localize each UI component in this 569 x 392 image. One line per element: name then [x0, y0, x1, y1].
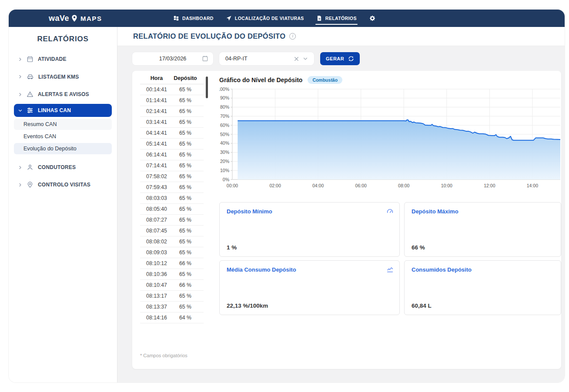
cell-hora: 07:58:02 [140, 173, 173, 179]
cell-hora: 07:59:43 [140, 184, 173, 190]
sidebar-item-listagem-kms[interactable]: LISTAGEM KMS [9, 68, 117, 86]
cell-hora: 05:14:41 [140, 141, 173, 147]
date-input[interactable]: 17/03/2026 [132, 52, 213, 65]
cell-hora: 08:08:02 [140, 239, 173, 245]
table-row: 07:58:0265 % [140, 171, 204, 182]
cell-deposito: 65 % [173, 152, 197, 158]
nav-item-dashboard[interactable]: DASHBOARD [173, 10, 214, 27]
clear-selection-icon[interactable] [292, 56, 301, 62]
report-panel: Hora Depósito 00:14:4165 %01:14:4165 %02… [132, 71, 561, 369]
card-title: Depósito Mínimo [227, 208, 392, 215]
svg-text:04:00: 04:00 [312, 183, 324, 188]
cell-deposito: 65 % [173, 249, 197, 256]
subitem-evolucao-deposito[interactable]: Evolução do Depósito [14, 143, 112, 154]
sidebar-item-label: CONTROLO VISITAS [38, 182, 90, 188]
cell-hora: 08:03:03 [140, 195, 173, 201]
chart-title: Gráfico do Nível de Depósito [219, 76, 302, 83]
card-value: 22,13 %/100km [227, 302, 392, 309]
table-row: 08:13:3765 % [140, 302, 204, 312]
cell-deposito: 65 % [173, 304, 197, 310]
svg-text:14:00: 14:00 [527, 183, 538, 188]
info-icon[interactable]: i [289, 33, 296, 40]
svg-text:00:00: 00:00 [227, 183, 238, 188]
cell-deposito: 65 % [173, 97, 197, 103]
map-pin-logo-icon [70, 13, 78, 23]
cell-deposito: 65 % [173, 184, 197, 190]
cell-hora: 08:13:17 [140, 293, 173, 299]
svg-text:100%: 100% [219, 86, 229, 92]
cell-deposito: 65 % [173, 119, 197, 125]
svg-text:20%: 20% [220, 159, 229, 164]
cell-hora: 08:07:45 [140, 228, 173, 234]
sidebar-item-label: CONDUTORES [38, 164, 76, 170]
cell-hora: 01:14:41 [140, 97, 173, 103]
cell-hora: 08:10:12 [140, 260, 173, 266]
sidebar-item-linhas-can[interactable]: LINHAS CAN [14, 104, 112, 117]
chevron-right-icon [18, 166, 22, 169]
card-media-consumo: Média Consumo Depósito 22,13 %/100km [219, 260, 400, 315]
refresh-icon [348, 56, 354, 62]
person-icon [27, 164, 33, 171]
svg-text:0%: 0% [223, 177, 229, 182]
sidebar-item-alertas-avisos[interactable]: ALERTAS E AVISOS [9, 86, 117, 103]
nav-item-relatorios[interactable]: RELATÓRIOS [316, 10, 357, 27]
sidebar-item-atividade[interactable]: ATIVIDADE [9, 50, 117, 68]
chevron-down-icon[interactable] [301, 56, 310, 61]
main-nav: DASHBOARD LOCALIZAÇÃO DE VIATURAS RELATÓ… [173, 10, 376, 27]
brand-logo: waVe MAPS [49, 10, 102, 27]
svg-text:30%: 30% [220, 149, 229, 155]
card-deposito-maximo: Depósito Máximo 66 % [404, 202, 561, 257]
svg-text:50%: 50% [220, 132, 229, 137]
warning-triangle-icon [27, 91, 33, 98]
subitem-resumo-can[interactable]: Resumo CAN [14, 119, 112, 130]
subitem-eventos-can[interactable]: Eventos CAN [14, 131, 112, 142]
sidebar-item-controlo-visitas[interactable]: CONTROLO VISITAS [9, 176, 117, 193]
reports-sidebar: RELATÓRIOS ATIVIDADE LISTAGEM KMS ALERTA… [9, 27, 117, 382]
cell-hora: 08:14:16 [140, 315, 173, 321]
required-fields-note: * Campos obrigatórios [140, 353, 561, 358]
navigation-arrow-icon [226, 15, 232, 21]
svg-text:90%: 90% [220, 95, 229, 100]
table-row: 08:09:0365 % [140, 247, 204, 258]
cell-hora: 03:14:41 [140, 119, 173, 125]
table-row: 06:14:4165 % [140, 149, 204, 160]
brand-name: waVe [49, 14, 69, 23]
cell-deposito: 65 % [173, 173, 197, 179]
vehicle-select[interactable]: 04-RP-IT [219, 52, 314, 65]
cell-deposito: 65 % [173, 239, 197, 245]
column-header-deposito: Depósito [173, 75, 197, 81]
cell-deposito: 65 % [173, 228, 197, 234]
table-row: 03:14:4165 % [140, 117, 204, 128]
svg-text:60%: 60% [220, 123, 229, 128]
dashboard-grid-icon [173, 15, 179, 21]
card-title: Média Consumo Depósito [227, 266, 392, 273]
table-scrollbar[interactable] [206, 76, 208, 98]
table-row: 07:14:4165 % [140, 160, 204, 171]
chart-column: Gráfico do Nível de Depósito Combustão 0… [209, 75, 561, 323]
line-chart-icon [386, 266, 394, 273]
main-content: RELATÓRIO DE EVOLUÇÃO DO DEPÓSITO i 17/0… [117, 27, 565, 382]
chevron-right-icon [18, 57, 22, 61]
chevron-right-icon [18, 93, 22, 96]
table-row: 08:10:1266 % [140, 258, 204, 269]
card-title: Consumidos Depósito [412, 266, 554, 273]
map-pin-icon [27, 181, 33, 188]
cell-deposito: 65 % [173, 141, 197, 147]
card-value: 66 % [412, 244, 554, 251]
nav-item-localizacao-viaturas[interactable]: LOCALIZAÇÃO DE VIATURAS [226, 10, 304, 27]
svg-text:40%: 40% [220, 140, 229, 146]
generate-button[interactable]: GERAR [320, 52, 360, 65]
cell-hora: 08:07:27 [140, 217, 173, 223]
cell-deposito: 65 % [173, 206, 197, 212]
cell-hora: 08:05:40 [140, 206, 173, 212]
gauge-icon [386, 207, 394, 215]
svg-text:80%: 80% [220, 104, 229, 110]
page-title-row: RELATÓRIO DE EVOLUÇÃO DO DEPÓSITO i [117, 27, 565, 46]
nav-label: RELATÓRIOS [325, 16, 357, 21]
fuel-type-badge: Combustão [308, 76, 342, 84]
card-value: 1 % [227, 244, 392, 251]
settings-gear-icon[interactable] [369, 15, 376, 22]
svg-text:02:00: 02:00 [269, 183, 281, 188]
sidebar-item-condutores[interactable]: CONDUTORES [9, 159, 117, 176]
card-consumidos-deposito: Consumidos Depósito 60,84 L [404, 260, 561, 315]
